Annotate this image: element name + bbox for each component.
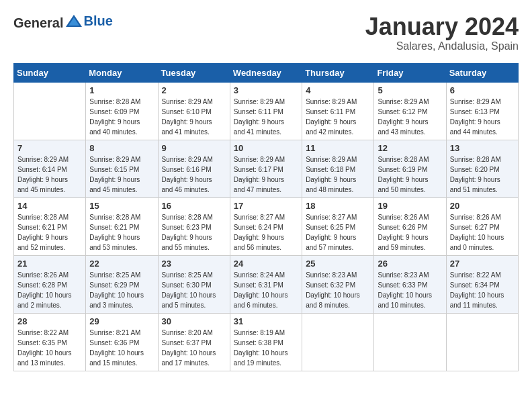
calendar-week-row: 7Sunrise: 8:29 AM Sunset: 6:14 PM Daylig… bbox=[14, 140, 519, 197]
calendar-cell: 27Sunrise: 8:22 AM Sunset: 6:34 PM Dayli… bbox=[446, 255, 518, 313]
day-number: 2 bbox=[162, 85, 226, 95]
calendar-cell: 19Sunrise: 8:26 AM Sunset: 6:26 PM Dayli… bbox=[374, 197, 446, 255]
calendar-header-row: SundayMondayTuesdayWednesdayThursdayFrid… bbox=[14, 63, 519, 82]
column-header-friday: Friday bbox=[374, 63, 446, 82]
day-info: Sunrise: 8:22 AM Sunset: 6:35 PM Dayligh… bbox=[17, 328, 82, 368]
day-number: 24 bbox=[234, 259, 298, 269]
day-number: 11 bbox=[306, 143, 370, 153]
logo: General Blue bbox=[13, 13, 113, 32]
day-number: 25 bbox=[306, 259, 370, 269]
calendar-cell: 28Sunrise: 8:22 AM Sunset: 6:35 PM Dayli… bbox=[14, 313, 86, 371]
calendar-cell: 17Sunrise: 8:27 AM Sunset: 6:24 PM Dayli… bbox=[230, 197, 302, 255]
logo-general: General bbox=[13, 15, 63, 31]
calendar-cell: 8Sunrise: 8:29 AM Sunset: 6:15 PM Daylig… bbox=[86, 140, 158, 197]
calendar-cell: 10Sunrise: 8:29 AM Sunset: 6:17 PM Dayli… bbox=[230, 140, 302, 197]
month-title: January 2024 bbox=[365, 13, 519, 40]
column-header-tuesday: Tuesday bbox=[158, 63, 230, 82]
day-number: 30 bbox=[162, 316, 226, 326]
day-number: 28 bbox=[17, 316, 82, 326]
calendar-cell: 23Sunrise: 8:25 AM Sunset: 6:30 PM Dayli… bbox=[158, 255, 230, 313]
calendar-cell: 22Sunrise: 8:25 AM Sunset: 6:29 PM Dayli… bbox=[86, 255, 158, 313]
day-number: 14 bbox=[17, 201, 82, 211]
day-info: Sunrise: 8:22 AM Sunset: 6:34 PM Dayligh… bbox=[450, 270, 515, 310]
day-number: 27 bbox=[450, 259, 515, 269]
day-number: 20 bbox=[450, 201, 515, 211]
day-info: Sunrise: 8:19 AM Sunset: 6:38 PM Dayligh… bbox=[234, 328, 298, 368]
calendar-cell bbox=[14, 82, 86, 140]
day-number: 4 bbox=[306, 85, 370, 95]
calendar-cell: 9Sunrise: 8:29 AM Sunset: 6:16 PM Daylig… bbox=[158, 140, 230, 197]
day-number: 15 bbox=[89, 201, 154, 211]
day-info: Sunrise: 8:26 AM Sunset: 6:26 PM Dayligh… bbox=[378, 212, 442, 253]
day-info: Sunrise: 8:28 AM Sunset: 6:21 PM Dayligh… bbox=[17, 212, 82, 253]
day-number: 31 bbox=[234, 316, 298, 326]
day-info: Sunrise: 8:29 AM Sunset: 6:11 PM Dayligh… bbox=[234, 97, 298, 137]
logo-blue: Blue bbox=[83, 13, 112, 29]
day-info: Sunrise: 8:29 AM Sunset: 6:16 PM Dayligh… bbox=[162, 154, 226, 195]
day-info: Sunrise: 8:29 AM Sunset: 6:13 PM Dayligh… bbox=[450, 97, 515, 137]
day-number: 1 bbox=[89, 85, 154, 95]
day-number: 17 bbox=[234, 201, 298, 211]
day-number: 19 bbox=[378, 201, 442, 211]
calendar-cell: 15Sunrise: 8:28 AM Sunset: 6:21 PM Dayli… bbox=[86, 197, 158, 255]
calendar-cell: 5Sunrise: 8:29 AM Sunset: 6:12 PM Daylig… bbox=[374, 82, 446, 140]
calendar-table: SundayMondayTuesdayWednesdayThursdayFrid… bbox=[13, 63, 519, 371]
calendar-cell bbox=[374, 313, 446, 371]
day-info: Sunrise: 8:27 AM Sunset: 6:24 PM Dayligh… bbox=[234, 212, 298, 253]
column-header-thursday: Thursday bbox=[302, 63, 374, 82]
calendar-cell: 4Sunrise: 8:29 AM Sunset: 6:11 PM Daylig… bbox=[302, 82, 374, 140]
day-number: 3 bbox=[234, 85, 298, 95]
day-info: Sunrise: 8:21 AM Sunset: 6:36 PM Dayligh… bbox=[89, 328, 154, 368]
calendar-cell: 14Sunrise: 8:28 AM Sunset: 6:21 PM Dayli… bbox=[14, 197, 86, 255]
day-info: Sunrise: 8:28 AM Sunset: 6:09 PM Dayligh… bbox=[89, 97, 154, 137]
day-info: Sunrise: 8:28 AM Sunset: 6:19 PM Dayligh… bbox=[378, 154, 442, 195]
calendar-cell: 13Sunrise: 8:28 AM Sunset: 6:20 PM Dayli… bbox=[446, 140, 518, 197]
calendar-cell: 29Sunrise: 8:21 AM Sunset: 6:36 PM Dayli… bbox=[86, 313, 158, 371]
day-number: 9 bbox=[162, 143, 226, 153]
column-header-sunday: Sunday bbox=[14, 63, 86, 82]
day-info: Sunrise: 8:25 AM Sunset: 6:29 PM Dayligh… bbox=[89, 270, 154, 310]
calendar-cell: 11Sunrise: 8:29 AM Sunset: 6:18 PM Dayli… bbox=[302, 140, 374, 197]
column-header-monday: Monday bbox=[86, 63, 158, 82]
day-info: Sunrise: 8:23 AM Sunset: 6:33 PM Dayligh… bbox=[378, 270, 442, 310]
day-info: Sunrise: 8:28 AM Sunset: 6:23 PM Dayligh… bbox=[162, 212, 226, 253]
day-info: Sunrise: 8:29 AM Sunset: 6:15 PM Dayligh… bbox=[89, 154, 154, 195]
day-info: Sunrise: 8:26 AM Sunset: 6:28 PM Dayligh… bbox=[17, 270, 82, 310]
calendar-cell: 6Sunrise: 8:29 AM Sunset: 6:13 PM Daylig… bbox=[446, 82, 518, 140]
calendar-cell: 2Sunrise: 8:29 AM Sunset: 6:10 PM Daylig… bbox=[158, 82, 230, 140]
day-number: 18 bbox=[306, 201, 370, 211]
day-info: Sunrise: 8:29 AM Sunset: 6:12 PM Dayligh… bbox=[378, 97, 442, 137]
column-header-wednesday: Wednesday bbox=[230, 63, 302, 82]
day-number: 5 bbox=[378, 85, 442, 95]
calendar-week-row: 1Sunrise: 8:28 AM Sunset: 6:09 PM Daylig… bbox=[14, 82, 519, 140]
calendar-cell: 7Sunrise: 8:29 AM Sunset: 6:14 PM Daylig… bbox=[14, 140, 86, 197]
location-title: Salares, Andalusia, Spain bbox=[365, 40, 519, 52]
day-info: Sunrise: 8:26 AM Sunset: 6:27 PM Dayligh… bbox=[450, 212, 515, 253]
day-info: Sunrise: 8:25 AM Sunset: 6:30 PM Dayligh… bbox=[162, 270, 226, 310]
calendar-week-row: 14Sunrise: 8:28 AM Sunset: 6:21 PM Dayli… bbox=[14, 197, 519, 255]
calendar-cell: 26Sunrise: 8:23 AM Sunset: 6:33 PM Dayli… bbox=[374, 255, 446, 313]
day-info: Sunrise: 8:20 AM Sunset: 6:37 PM Dayligh… bbox=[162, 328, 226, 368]
day-number: 16 bbox=[162, 201, 226, 211]
day-number: 22 bbox=[89, 259, 154, 269]
day-number: 23 bbox=[162, 259, 226, 269]
calendar-cell: 30Sunrise: 8:20 AM Sunset: 6:37 PM Dayli… bbox=[158, 313, 230, 371]
day-number: 29 bbox=[89, 316, 154, 326]
calendar-cell: 21Sunrise: 8:26 AM Sunset: 6:28 PM Dayli… bbox=[14, 255, 86, 313]
calendar-cell: 12Sunrise: 8:28 AM Sunset: 6:19 PM Dayli… bbox=[374, 140, 446, 197]
calendar-cell: 31Sunrise: 8:19 AM Sunset: 6:38 PM Dayli… bbox=[230, 313, 302, 371]
day-number: 21 bbox=[17, 259, 82, 269]
day-info: Sunrise: 8:23 AM Sunset: 6:32 PM Dayligh… bbox=[306, 270, 370, 310]
page-header: General Blue January 2024 Salares, Andal… bbox=[13, 13, 519, 52]
day-info: Sunrise: 8:27 AM Sunset: 6:25 PM Dayligh… bbox=[306, 212, 370, 253]
calendar-cell: 24Sunrise: 8:24 AM Sunset: 6:31 PM Dayli… bbox=[230, 255, 302, 313]
day-number: 7 bbox=[17, 143, 82, 153]
day-number: 6 bbox=[450, 85, 515, 95]
calendar-cell: 25Sunrise: 8:23 AM Sunset: 6:32 PM Dayli… bbox=[302, 255, 374, 313]
day-info: Sunrise: 8:24 AM Sunset: 6:31 PM Dayligh… bbox=[234, 270, 298, 310]
day-number: 26 bbox=[378, 259, 442, 269]
calendar-cell: 1Sunrise: 8:28 AM Sunset: 6:09 PM Daylig… bbox=[86, 82, 158, 140]
calendar-week-row: 21Sunrise: 8:26 AM Sunset: 6:28 PM Dayli… bbox=[14, 255, 519, 313]
day-number: 12 bbox=[378, 143, 442, 153]
calendar-cell bbox=[446, 313, 518, 371]
